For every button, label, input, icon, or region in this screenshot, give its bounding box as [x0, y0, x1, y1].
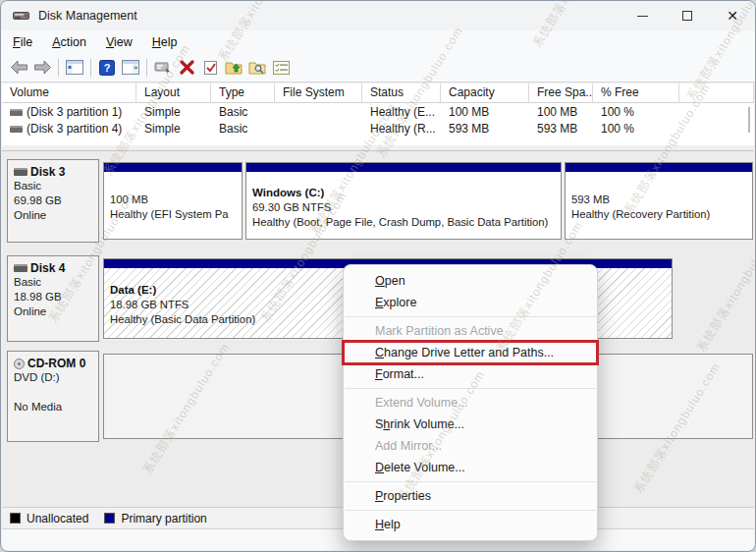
menu-item-delete-volume[interactable]: Delete Volume... [344, 457, 597, 478]
help-button[interactable]: ? [95, 56, 119, 80]
partition-title: Windows (C:) [252, 186, 559, 200]
cell-free_space: 100 MB [529, 105, 593, 119]
table-row[interactable]: (Disk 3 partition 4)SimpleBasicHealthy (… [2, 120, 754, 137]
check-document-button[interactable] [198, 56, 222, 80]
partition-593-mb[interactable]: 593 MBHealthy (Recovery Partition) [565, 162, 753, 240]
disk-name-label: CD-ROM 0 [27, 357, 85, 370]
properties-list-icon [273, 61, 290, 75]
toolbar-separator [90, 59, 91, 77]
disk-panel-cd-rom-0[interactable]: CD-ROM 0DVD (D:) No Media [7, 351, 99, 442]
show-console-tree-icon [66, 60, 83, 75]
vertical-scrollbar[interactable] [748, 107, 750, 133]
menubar-item-help[interactable]: Help [142, 33, 188, 51]
disk-info-line: Basic [14, 275, 94, 290]
cell-status: Healthy (E... [362, 105, 441, 119]
help-icon: ? [99, 60, 115, 76]
delete-icon [180, 60, 194, 75]
menubar-item-view[interactable]: View [96, 33, 142, 51]
disk-name: Disk 4 [14, 261, 94, 275]
folder-search-icon [248, 60, 266, 75]
cell-capacity: 100 MB [441, 105, 529, 119]
svg-text:?: ? [104, 62, 111, 74]
legend-label: Unallocated [27, 512, 88, 525]
menu-item-open[interactable]: Open [344, 270, 597, 292]
cell-pct_free: 100 % [593, 122, 679, 136]
partition-windows-c[interactable]: Windows (C:)69.30 GB NTFSHealthy (Boot, … [245, 162, 562, 240]
cell-status: Healthy (R... [362, 122, 441, 136]
menu-item-format[interactable]: Format... [344, 363, 597, 385]
disk-info-line: No Media [14, 400, 94, 414]
column-header-status[interactable]: Status [362, 83, 441, 102]
menu-item-help[interactable]: Help [344, 514, 597, 535]
column-header-capacity[interactable]: Capacity [441, 83, 529, 102]
menubar-item-action[interactable]: Action [42, 33, 96, 51]
table-row[interactable]: (Disk 3 partition 1)SimpleBasicHealthy (… [2, 103, 754, 120]
title-bar: Disk Management ✕ [1, 1, 755, 30]
minimize-button[interactable] [620, 1, 665, 30]
back-button[interactable] [7, 56, 30, 80]
cell-type: Basic [211, 105, 275, 119]
show-action-pane-button[interactable] [119, 56, 142, 80]
column-header-file-system[interactable]: File System [275, 83, 362, 102]
properties-list-button[interactable] [269, 56, 293, 80]
caption-buttons: ✕ [620, 1, 755, 30]
partition-text: 593 MBHealthy (Recovery Partition) [566, 174, 752, 222]
legend-swatch [104, 513, 115, 524]
volume-list-header: VolumeLayoutTypeFile SystemStatusCapacit… [2, 83, 754, 103]
cell-layout: Simple [136, 122, 211, 136]
partition-100-mb[interactable]: 100 MBHealthy (EFI System Pa [103, 162, 243, 240]
partition-line: 593 MB [571, 193, 750, 207]
column-header-free-spa[interactable]: Free Spa... [529, 83, 593, 102]
disk-strip-disk-3: 100 MBHealthy (EFI System PaWindows (C:)… [103, 159, 753, 243]
menu-item-shrink-volume[interactable]: Shrink Volume... [344, 414, 597, 435]
maximize-button[interactable] [665, 1, 710, 30]
screen-pointer-button[interactable] [151, 56, 175, 80]
cell-capacity: 593 MB [441, 122, 529, 136]
disk-panel-disk-4[interactable]: Disk 4Basic18.98 GBOnline [7, 255, 99, 342]
column-header-free[interactable]: % Free [593, 83, 679, 102]
forward-button[interactable] [30, 56, 54, 80]
toolbar-separator [58, 59, 59, 77]
column-header-layout[interactable]: Layout [136, 83, 211, 102]
menubar-item-file[interactable]: File [3, 33, 42, 51]
partition-line: Healthy (Boot, Page File, Crash Dump, Ba… [252, 215, 559, 230]
volume-icon [10, 126, 23, 133]
partition-status-bar [566, 163, 752, 172]
disk-name-label: Disk 3 [30, 165, 65, 179]
partition-status-bar [246, 163, 561, 172]
menu-item-change-drive-letter-and-paths[interactable]: Change Drive Letter and Paths... [344, 342, 597, 363]
disk-name: Disk 3 [14, 165, 94, 179]
column-header-volume[interactable]: Volume [2, 83, 136, 102]
volume-icon [10, 109, 23, 116]
delete-button[interactable] [175, 56, 198, 80]
column-header-type[interactable]: Type [211, 83, 275, 102]
disk-panel-disk-3[interactable]: Disk 3Basic69.98 GBOnline [7, 159, 99, 243]
window-title: Disk Management [38, 9, 137, 23]
legend-item-primary-partition: Primary partition [104, 512, 206, 525]
folder-up-button[interactable] [222, 56, 245, 80]
disk-management-app-icon [13, 9, 29, 23]
cell-free_space: 593 MB [529, 122, 593, 136]
disk-drive-icon [14, 264, 27, 272]
menu-bar: FileActionViewHelp [1, 30, 755, 53]
partition-line: Healthy (EFI System Pa [110, 207, 240, 222]
menu-item-properties[interactable]: Properties [344, 485, 597, 507]
back-icon [10, 60, 28, 75]
forward-icon [33, 60, 52, 75]
toolbar: ? [1, 53, 755, 83]
partition-line: 100 MB [110, 193, 240, 207]
minimize-icon [637, 16, 648, 17]
cd-rom-icon [14, 359, 25, 369]
menu-item-explore[interactable]: Explore [344, 292, 597, 313]
menu-item-mark-partition-as-active: Mark Partition as Active [344, 320, 597, 342]
partition-status-bar [104, 163, 242, 172]
menu-separator [345, 316, 596, 317]
show-console-tree-button[interactable] [63, 56, 86, 80]
cell-layout: Simple [136, 105, 211, 119]
folder-search-button[interactable] [245, 56, 269, 80]
disk-info-line: Online [14, 208, 94, 223]
cell-type: Basic [211, 122, 275, 136]
column-header-filler [679, 83, 754, 102]
cell-volume: (Disk 3 partition 4) [2, 122, 136, 136]
close-button[interactable]: ✕ [710, 1, 755, 30]
